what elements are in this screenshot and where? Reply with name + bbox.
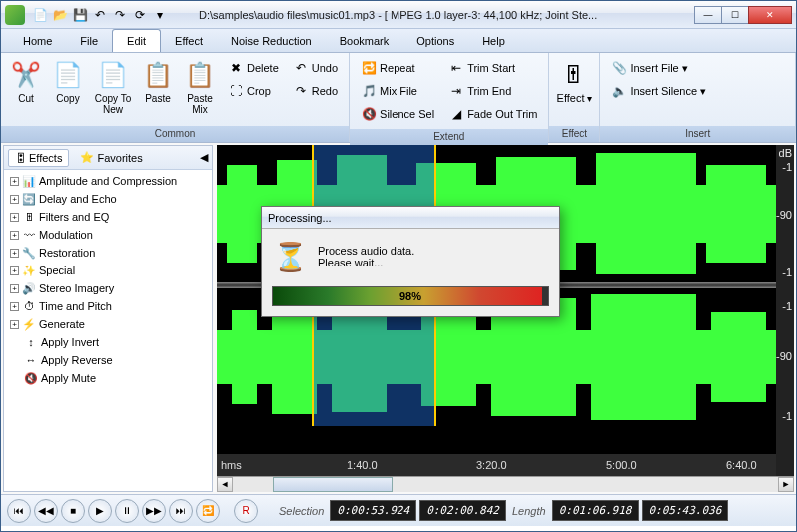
waveform-area[interactable]: dB -1 -90 -1 -1 -90 -1 hms 1:40.0 3:20.0…: [217, 145, 794, 492]
redo-icon: ↷: [293, 83, 309, 99]
scroll-thumb[interactable]: [273, 477, 393, 492]
group-label: Common: [1, 126, 349, 142]
tree-item[interactable]: 🔇Apply Mute: [6, 369, 210, 387]
timeline[interactable]: hms 1:40.0 3:20.0 5:00.0 6:40.0: [217, 454, 776, 476]
forward-button[interactable]: ▶▶: [142, 499, 166, 523]
expand-icon[interactable]: +: [10, 231, 19, 240]
fade-out-trim-button[interactable]: ◢Fade Out Trim: [443, 103, 542, 125]
tree-item[interactable]: +🔊Stereo Imagery: [6, 279, 210, 297]
save-icon[interactable]: 💾: [71, 6, 89, 24]
tab-favorites[interactable]: ⭐Favorites: [73, 148, 149, 167]
menu-home[interactable]: Home: [9, 29, 66, 52]
content-area: 🎛Effects ⭐Favorites ◀ +📊Amplitude and Co…: [1, 143, 796, 494]
tree-item[interactable]: ↕Apply Invert: [6, 333, 210, 351]
mix-file-button[interactable]: 🎵Mix File: [356, 80, 439, 102]
open-icon[interactable]: 📂: [51, 6, 69, 24]
expand-icon[interactable]: +: [10, 249, 19, 258]
tree-item[interactable]: +🔧Restoration: [6, 244, 210, 262]
effects-icon: 🎛: [15, 152, 26, 164]
trim-end-button[interactable]: ⇥Trim End: [443, 80, 542, 102]
tree-item[interactable]: +🔄Delay and Echo: [6, 190, 210, 208]
length-value: 0:01:06.918: [552, 500, 639, 521]
skip-end-button[interactable]: ⏭: [169, 499, 193, 523]
svg-rect-9: [706, 165, 766, 263]
pause-button[interactable]: ⏸: [115, 499, 139, 523]
record-button[interactable]: R: [234, 499, 258, 523]
selection-label: Selection: [279, 505, 324, 517]
menu-help[interactable]: Help: [468, 29, 519, 52]
minimize-button[interactable]: —: [694, 6, 722, 24]
tree-item[interactable]: ↔Apply Reverse: [6, 351, 210, 369]
menu-noise-reduction[interactable]: Noise Reduction: [217, 29, 326, 52]
expand-icon[interactable]: +: [10, 302, 19, 311]
effect-icon: 🎚: [558, 59, 590, 91]
collapse-icon[interactable]: ◀: [200, 151, 208, 164]
tree-item[interactable]: +🎚Filters and EQ: [6, 208, 210, 226]
tree-item[interactable]: +✨Special: [6, 262, 210, 279]
paste-button[interactable]: 📋Paste: [137, 56, 179, 107]
tree-item[interactable]: +⚡Generate: [6, 315, 210, 333]
scroll-left-icon[interactable]: ◄: [217, 477, 233, 492]
copy-to-new-button[interactable]: 📄Copy To New: [89, 56, 137, 118]
expand-icon[interactable]: +: [10, 213, 19, 222]
loop-button[interactable]: 🔁: [196, 499, 220, 523]
repeat-button[interactable]: 🔁Repeat: [356, 57, 439, 79]
delete-button[interactable]: ✖Delete: [223, 57, 284, 79]
db-scale: dB -1 -90 -1 -1 -90 -1: [776, 145, 794, 492]
eq-icon: 🎚: [21, 209, 37, 225]
paste-mix-button[interactable]: 📋Paste Mix: [179, 56, 221, 118]
undo-icon[interactable]: ↶: [91, 6, 109, 24]
hourglass-icon: ⏳: [272, 239, 308, 274]
scroll-right-icon[interactable]: ►: [778, 477, 794, 492]
titlebar: 📄 📂 💾 ↶ ↷ ⟳ ▾ D:\samples\audio files\mus…: [1, 1, 796, 29]
close-button[interactable]: ✕: [748, 6, 792, 24]
insert-silence-button[interactable]: 🔈Insert Silence▾: [606, 80, 711, 102]
menu-options[interactable]: Options: [402, 29, 468, 52]
insert-file-button[interactable]: 📎Insert File▾: [606, 57, 711, 79]
menu-edit[interactable]: Edit: [112, 29, 161, 52]
menu-bookmark[interactable]: Bookmark: [326, 29, 403, 52]
tree-item[interactable]: +〰Modulation: [6, 226, 210, 244]
sidebar-tabs: 🎛Effects ⭐Favorites ◀: [4, 146, 212, 170]
qat-dropdown-icon[interactable]: ▾: [151, 6, 169, 24]
stop-button[interactable]: ■: [61, 499, 85, 523]
ribbon-group-effect: 🎚Effect ▾ Effect: [549, 53, 600, 142]
tree-item[interactable]: +⏱Time and Pitch: [6, 297, 210, 315]
tree-item[interactable]: +📊Amplitude and Compression: [6, 172, 210, 190]
expand-icon[interactable]: +: [10, 284, 19, 293]
maximize-button[interactable]: ☐: [721, 6, 749, 24]
skip-start-button[interactable]: ⏮: [7, 499, 31, 523]
group-label: Extend: [350, 129, 548, 145]
redo-icon[interactable]: ↷: [111, 6, 129, 24]
expand-icon[interactable]: +: [10, 177, 19, 186]
dialog-message-1: Process audio data.: [318, 245, 414, 257]
new-icon[interactable]: 📄: [31, 6, 49, 24]
undo-button[interactable]: ↶Undo: [288, 57, 343, 79]
expand-icon[interactable]: +: [10, 195, 19, 204]
trim-end-icon: ⇥: [448, 83, 464, 99]
play-button[interactable]: ▶: [88, 499, 112, 523]
selection-start: 0:00:53.924: [330, 500, 416, 521]
expand-icon[interactable]: +: [10, 266, 19, 275]
svg-rect-18: [591, 294, 696, 420]
crop-button[interactable]: ⛶Crop: [223, 80, 284, 102]
dialog-title: Processing...: [262, 207, 559, 229]
length-label: Length: [512, 505, 546, 517]
expand-icon[interactable]: +: [10, 320, 19, 329]
effect-button[interactable]: 🎚Effect ▾: [553, 56, 595, 107]
menu-effect[interactable]: Effect: [161, 29, 217, 52]
menubar: Home File Edit Effect Noise Reduction Bo…: [1, 29, 796, 53]
svg-rect-19: [711, 312, 766, 402]
rewind-button[interactable]: ◀◀: [34, 499, 58, 523]
menu-file[interactable]: File: [66, 29, 112, 52]
redo-button[interactable]: ↷Redo: [288, 80, 343, 102]
ribbon-group-insert: 📎Insert File▾ 🔈Insert Silence▾ Insert: [600, 53, 796, 142]
horizontal-scrollbar[interactable]: ◄ ►: [217, 476, 794, 492]
copy-button[interactable]: 📄Copy: [47, 56, 89, 107]
tab-effects[interactable]: 🎛Effects: [8, 149, 69, 167]
clipboard-icon: 📋: [142, 59, 174, 91]
silence-sel-button[interactable]: 🔇Silence Sel: [356, 103, 439, 125]
refresh-icon[interactable]: ⟳: [131, 6, 149, 24]
trim-start-button[interactable]: ⇤Trim Start: [443, 57, 542, 79]
cut-button[interactable]: ✂️Cut: [5, 56, 47, 107]
